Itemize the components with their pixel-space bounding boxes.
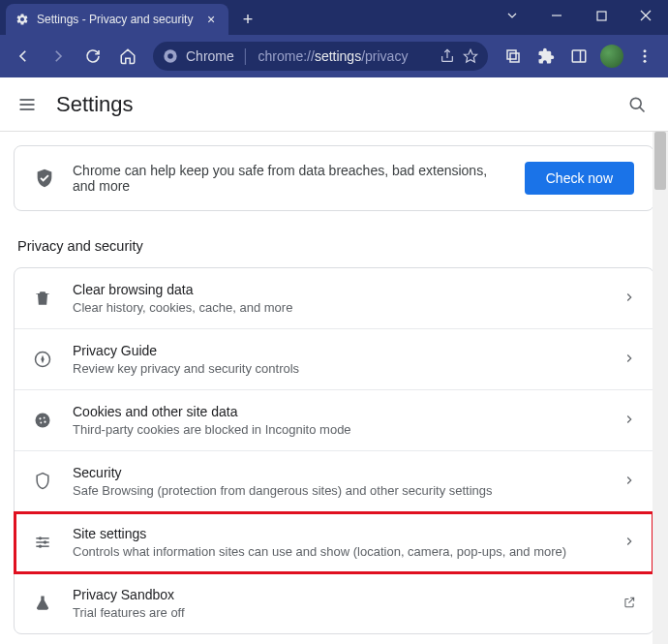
shield-check-icon [34,168,55,189]
forward-button[interactable] [43,41,74,72]
scrollbar-thumb[interactable] [654,132,666,190]
chevron-right-icon [622,413,636,429]
new-tab-button[interactable]: + [234,6,261,33]
section-heading: Privacy and security [17,238,654,254]
browser-tab[interactable]: Settings - Privacy and security × [6,4,228,35]
cookie-icon [32,410,53,431]
kebab-menu-icon[interactable] [629,41,660,72]
back-button[interactable] [8,41,39,72]
url-text: chrome://settings/privacy [258,48,432,64]
svg-line-18 [640,107,645,111]
external-link-icon [622,596,636,612]
page-title: Settings [56,92,604,117]
row-body: Site settingsControls what information s… [73,526,603,559]
svg-marker-6 [464,49,476,62]
svg-point-12 [644,55,647,58]
window-titlebar: Settings - Privacy and security × + [0,0,668,35]
row-subtitle: Third-party cookies are blocked in Incog… [73,422,603,437]
address-bar[interactable]: Chrome │ chrome://settings/privacy [153,42,488,71]
svg-rect-8 [510,53,519,62]
row-body: Cookies and other site dataThird-party c… [73,404,603,437]
chevron-right-icon [622,352,636,368]
scrollbar-track[interactable] [653,132,668,644]
settings-content: Chrome can help keep you safe from data … [0,132,668,644]
search-icon [627,95,647,114]
profile-avatar[interactable] [596,41,627,72]
settings-row-site-settings[interactable]: Site settingsControls what information s… [15,512,653,573]
bookmark-star-icon[interactable] [463,48,478,64]
trash-icon [32,288,53,309]
settings-row-clear-browsing-data[interactable]: Clear browsing dataClear history, cookie… [15,268,653,329]
reload-button[interactable] [77,41,108,72]
row-subtitle: Trial features are off [73,605,603,620]
share-icon[interactable] [440,48,455,64]
svg-rect-1 [597,12,606,20]
search-button[interactable] [622,89,653,120]
row-subtitle: Controls what information sites can use … [73,544,603,559]
settings-row-privacy-guide[interactable]: Privacy GuideReview key privacy and secu… [15,329,653,390]
safety-check-text: Chrome can help keep you safe from data … [73,163,507,194]
extensions-icon[interactable] [531,41,562,72]
url-scheme-label: Chrome [186,48,234,64]
tab-groups-icon[interactable] [498,41,529,72]
svg-point-5 [167,53,173,59]
chrome-icon [163,48,178,64]
gear-icon [15,13,29,26]
row-body: SecuritySafe Browsing (protection from d… [73,465,603,498]
row-subtitle: Safe Browsing (protection from dangerous… [73,483,603,498]
window-maximize-icon[interactable] [579,0,623,31]
row-title: Cookies and other site data [73,404,603,419]
row-subtitle: Review key privacy and security controls [73,361,603,376]
row-title: Site settings [73,526,603,541]
home-button[interactable] [112,41,143,72]
settings-row-cookies[interactable]: Cookies and other site dataThird-party c… [15,390,653,451]
check-now-button[interactable]: Check now [525,162,634,195]
svg-point-11 [644,49,647,52]
row-body: Privacy GuideReview key privacy and secu… [73,343,603,376]
svg-point-17 [630,98,641,108]
tab-close-icon[interactable]: × [203,12,219,27]
chevron-right-icon [622,474,636,490]
shield-icon [32,471,53,492]
row-title: Clear browsing data [73,282,603,297]
svg-rect-9 [572,50,586,62]
browser-toolbar: Chrome │ chrome://settings/privacy [0,35,668,77]
settings-header: Settings [0,77,668,132]
row-title: Security [73,465,603,480]
row-body: Clear browsing dataClear history, cookie… [73,282,603,315]
hamburger-menu-icon[interactable] [15,93,39,116]
tab-title: Settings - Privacy and security [37,13,196,26]
chevron-right-icon [622,291,636,307]
flask-icon [32,593,53,614]
svg-point-13 [644,60,647,63]
window-dropdown-icon[interactable] [490,0,534,31]
privacy-settings-list: Clear browsing dataClear history, cookie… [14,267,654,634]
sidepanel-icon[interactable] [563,41,594,72]
chevron-right-icon [622,535,636,551]
svg-rect-7 [507,50,516,59]
compass-icon [32,349,53,370]
row-title: Privacy Sandbox [73,587,603,602]
window-close-icon[interactable] [623,0,668,31]
row-subtitle: Clear history, cookies, cache, and more [73,300,603,315]
settings-row-privacy-sandbox[interactable]: Privacy SandboxTrial features are off [15,573,653,633]
row-body: Privacy SandboxTrial features are off [73,587,603,620]
safety-check-card: Chrome can help keep you safe from data … [14,145,654,211]
window-controls [490,0,668,31]
settings-row-security[interactable]: SecuritySafe Browsing (protection from d… [15,451,653,512]
sliders-icon [32,532,53,553]
row-title: Privacy Guide [73,343,603,358]
window-minimize-icon[interactable] [534,0,579,31]
